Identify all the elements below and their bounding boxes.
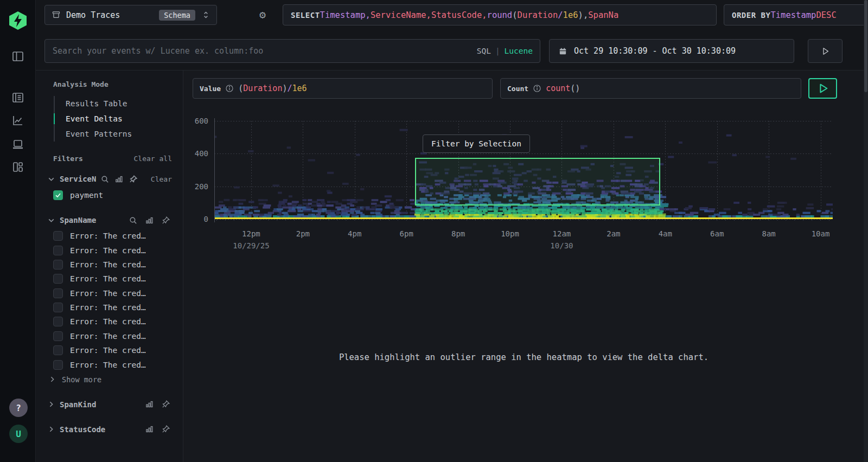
filter-value-label: Error: The cred… [70,232,146,240]
filter-clear-button[interactable]: Clear [151,175,172,183]
sql-select-editor[interactable]: SELECT Timestamp, ServiceName, StatusCod… [283,4,717,25]
page-scrollbar[interactable] [864,0,868,462]
pin-icon[interactable] [160,215,171,226]
value-label: Value [200,85,221,93]
show-more-button[interactable]: Show more [47,374,172,385]
checkbox-checked-icon[interactable] [53,190,63,200]
checkbox-unchecked[interactable] [53,260,63,270]
count-label: Count [507,85,528,93]
user-avatar[interactable]: U [9,425,28,443]
x-tick-label: 10pm [501,229,519,238]
help-button[interactable]: ? [9,399,28,417]
gear-icon[interactable]: ⚙ [255,7,270,22]
mode-item-label: Event Deltas [66,114,123,123]
mode-item-event-deltas[interactable]: Event Deltas [55,111,172,126]
x-tick-label: 4am [659,229,672,238]
checkbox-unchecked[interactable] [53,274,63,284]
run-query-button[interactable] [808,39,843,63]
search-icon[interactable] [99,174,110,184]
filter-value-row[interactable]: Error: The cred… [53,315,172,329]
filter-group-name[interactable]: SpanKind [60,400,96,409]
nav-rail: ? U [0,0,36,462]
search-logs-icon[interactable] [11,91,24,104]
checkbox-unchecked[interactable] [53,331,63,341]
checkbox-unchecked[interactable] [53,345,63,355]
sql-orderby-editor[interactable]: ORDER BY Timestamp DESC [724,4,868,25]
run-chart-button[interactable] [808,78,837,99]
filter-value-row[interactable]: Error: The cred… [53,272,172,286]
bar-chart-icon[interactable] [113,174,124,184]
checkbox-unchecked[interactable] [53,246,63,255]
filter-value-row[interactable]: Error: The cred… [53,329,172,343]
sessions-icon[interactable] [11,138,24,151]
pin-icon[interactable] [127,174,138,184]
checkbox-unchecked[interactable] [53,317,63,326]
filter-value-row[interactable]: Error: The cred… [53,286,172,300]
x-tick-label: 8am [762,229,775,238]
source-select[interactable]: Demo Traces Schema [44,5,217,25]
chart-explorer-icon[interactable] [11,114,24,127]
app-logo-icon[interactable] [9,11,27,30]
search-icon[interactable] [127,215,138,226]
value-expression-input[interactable]: Value (Duration)/1e6 [193,78,493,99]
clear-all-button[interactable]: Clear all [134,155,172,163]
bar-chart-icon[interactable] [144,424,155,435]
chevron-down-icon[interactable] [46,215,56,226]
filter-value-row[interactable]: Error: The cred… [53,258,172,272]
bar-chart-icon[interactable] [144,215,155,226]
date-range-picker[interactable]: Oct 29 10:30:09 - Oct 30 10:30:09 [549,39,794,63]
x-tick-label: 10am [812,229,830,238]
count-expression-input[interactable]: Count count() [500,78,801,99]
heatmap-chart: 0200400600 12pm2pm4pm6pm8pm10pm12am2am4a… [183,111,864,258]
filter-value-row-payment[interactable]: payment [53,188,172,203]
mode-item-results-table[interactable]: Results Table [55,96,172,111]
sidebar-toggle-icon[interactable] [11,50,24,63]
chevron-right-icon[interactable] [46,424,56,435]
filter-value-label: Error: The cred… [70,303,146,312]
filter-value-row[interactable]: Error: The cred… [53,243,172,257]
x-tick-label: 4pm [348,229,361,238]
filter-value-row[interactable]: Error: The cred… [53,229,172,243]
heatmap-selection[interactable] [415,158,660,206]
x-tick-label: 12am [553,229,571,238]
top-bar: Demo Traces Schema ⚙ SELECT Timestamp, S… [36,0,864,70]
lang-lucene-option[interactable]: Lucene [505,47,533,55]
checkbox-unchecked[interactable] [53,360,63,370]
filters-panel: Analysis Mode Results Table Event Deltas… [36,70,183,462]
filter-value-label: Error: The cred… [70,246,146,255]
filter-group-name[interactable]: ServiceN [60,175,96,183]
filter-value-row[interactable]: Error: The cred… [53,343,172,357]
filter-group-servicename: ServiceN Clear payment [53,174,172,203]
chevron-right-icon[interactable] [46,399,56,410]
search-input[interactable] [44,39,540,63]
filter-group-name[interactable]: SpanName [60,216,96,224]
filter-value-label: payment [70,191,103,200]
filters-header: Filters Clear all [53,155,172,163]
x-tick-label: 6am [710,229,724,238]
sql-token: () [570,84,580,93]
dashboards-icon[interactable] [11,161,24,174]
filter-value-label: Error: The cred… [70,274,146,283]
filter-group-name[interactable]: StatusCode [60,425,105,434]
source-name: Demo Traces [66,10,154,20]
filter-value-row[interactable]: Error: The cred… [53,300,172,315]
y-tick-label: 600 [188,117,208,125]
checkbox-unchecked[interactable] [53,231,63,241]
sql-token: SpanNa [588,10,618,20]
mode-item-event-patterns[interactable]: Event Patterns [55,126,172,142]
chevron-down-icon[interactable] [46,174,56,184]
bar-chart-icon[interactable] [144,399,155,410]
calendar-icon [557,46,568,56]
pin-icon[interactable] [160,399,171,410]
scrollbar-thumb[interactable] [864,0,867,92]
sql-token: 1e6 [563,10,578,20]
pin-icon[interactable] [160,424,171,435]
value-expression: (Duration)/1e6 [238,84,307,93]
checkbox-unchecked[interactable] [53,288,63,298]
date-range-value: Oct 29 10:30:09 - Oct 30 10:30:09 [574,46,736,56]
lang-sql-option[interactable]: SQL [477,47,491,55]
filter-by-selection-button[interactable]: Filter by Selection [423,134,530,153]
checkbox-unchecked[interactable] [53,303,63,312]
filter-value-label: Error: The cred… [70,317,146,326]
filter-value-row[interactable]: Error: The cred… [53,357,172,371]
